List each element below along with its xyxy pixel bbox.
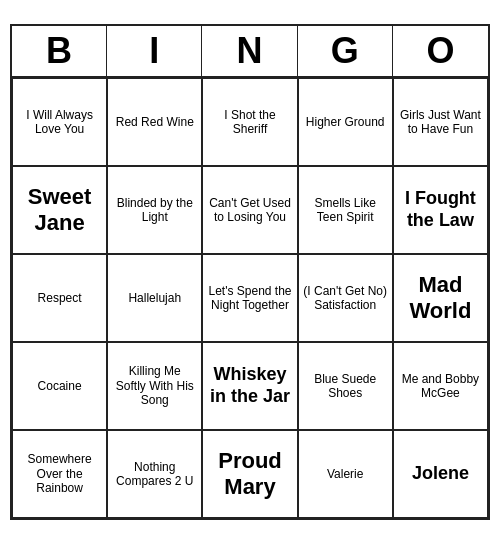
bingo-card: BINGO I Will Always Love YouRed Red Wine… (10, 24, 490, 520)
bingo-cell-0: I Will Always Love You (12, 78, 107, 166)
bingo-cell-6: Blinded by the Light (107, 166, 202, 254)
bingo-cell-18: Blue Suede Shoes (298, 342, 393, 430)
bingo-cell-10: Respect (12, 254, 107, 342)
bingo-cell-12: Let's Spend the Night Together (202, 254, 297, 342)
bingo-header-letter-g: G (298, 26, 393, 76)
bingo-cell-24: Jolene (393, 430, 488, 518)
bingo-cell-14: Mad World (393, 254, 488, 342)
bingo-cell-17: Whiskey in the Jar (202, 342, 297, 430)
bingo-cell-22: Proud Mary (202, 430, 297, 518)
bingo-header-letter-i: I (107, 26, 202, 76)
bingo-cell-1: Red Red Wine (107, 78, 202, 166)
bingo-cell-21: Nothing Compares 2 U (107, 430, 202, 518)
bingo-cell-9: I Fought the Law (393, 166, 488, 254)
bingo-cell-13: (I Can't Get No) Satisfaction (298, 254, 393, 342)
bingo-cell-4: Girls Just Want to Have Fun (393, 78, 488, 166)
bingo-cell-7: Can't Get Used to Losing You (202, 166, 297, 254)
bingo-cell-3: Higher Ground (298, 78, 393, 166)
bingo-cell-15: Cocaine (12, 342, 107, 430)
bingo-header-letter-o: O (393, 26, 488, 76)
bingo-grid: I Will Always Love YouRed Red WineI Shot… (12, 78, 488, 518)
bingo-cell-8: Smells Like Teen Spirit (298, 166, 393, 254)
bingo-header-letter-b: B (12, 26, 107, 76)
bingo-cell-23: Valerie (298, 430, 393, 518)
bingo-cell-11: Hallelujah (107, 254, 202, 342)
bingo-cell-5: Sweet Jane (12, 166, 107, 254)
bingo-cell-19: Me and Bobby McGee (393, 342, 488, 430)
bingo-header: BINGO (12, 26, 488, 78)
bingo-cell-16: Killing Me Softly With His Song (107, 342, 202, 430)
bingo-header-letter-n: N (202, 26, 297, 76)
bingo-cell-2: I Shot the Sheriff (202, 78, 297, 166)
bingo-cell-20: Somewhere Over the Rainbow (12, 430, 107, 518)
